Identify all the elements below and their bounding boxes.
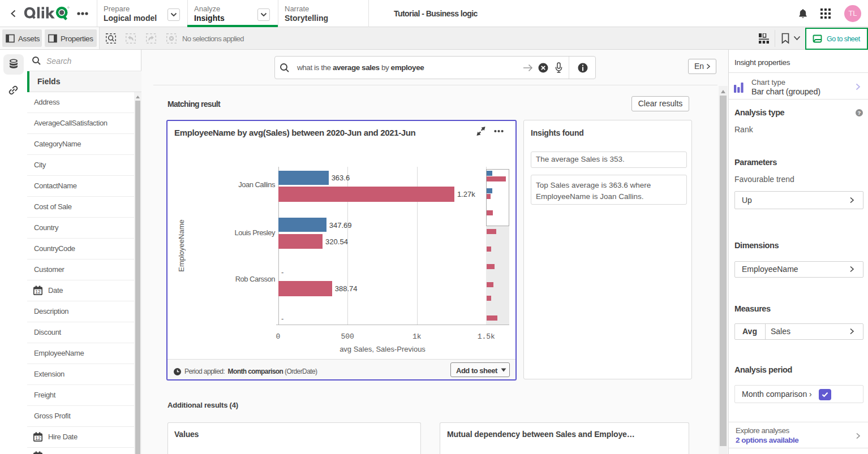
- svg-text:12: 12: [35, 435, 41, 441]
- svg-text:12: 12: [35, 289, 41, 295]
- svg-text:?: ?: [858, 110, 861, 116]
